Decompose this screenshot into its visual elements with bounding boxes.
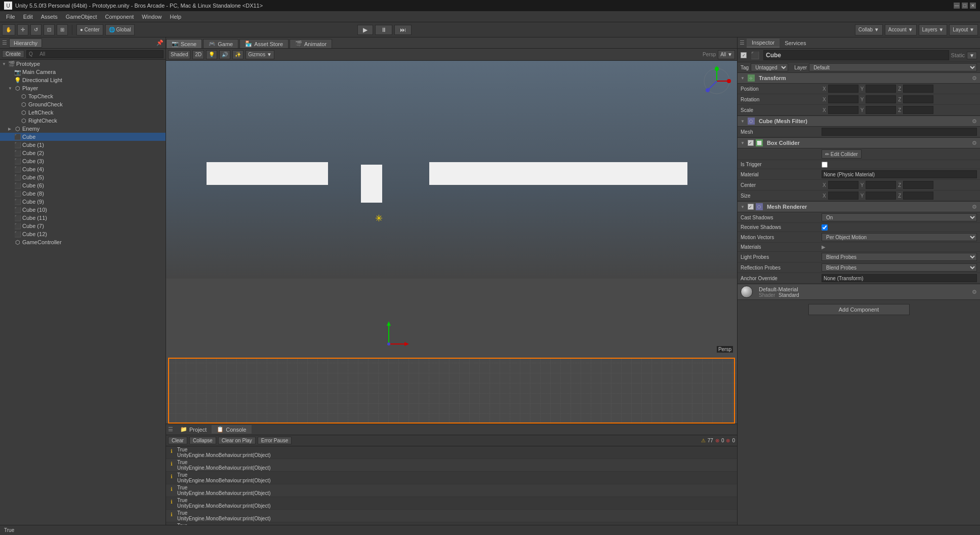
tool-hand[interactable]: ✋ bbox=[2, 24, 15, 35]
meshrenderer-enabled[interactable] bbox=[748, 204, 754, 210]
anchor-override-field[interactable] bbox=[822, 274, 977, 282]
size-x[interactable]: 1 bbox=[828, 192, 859, 200]
scale-z[interactable]: 1 bbox=[903, 106, 933, 114]
lock-icon[interactable]: ☰ bbox=[2, 40, 7, 46]
boxcollider-gear-icon[interactable]: ⚙ bbox=[972, 140, 977, 146]
error-pause-button[interactable]: Error Pause bbox=[258, 437, 292, 444]
mesh-field[interactable]: Cube bbox=[822, 128, 977, 136]
position-y[interactable]: -1 bbox=[866, 85, 896, 93]
boxcollider-component-header[interactable]: ▼ ⬜ Box Collider ⚙ bbox=[738, 138, 980, 148]
active-toggle[interactable] bbox=[741, 52, 747, 58]
tool-move[interactable]: ✛ bbox=[17, 24, 28, 35]
hierarchy-item-cube10[interactable]: ⬛ Cube (10) bbox=[0, 206, 166, 214]
hierarchy-item-player[interactable]: ▼ ⬡ Player bbox=[0, 84, 166, 92]
menu-file[interactable]: File bbox=[2, 13, 19, 21]
hierarchy-item-cube5[interactable]: ⬛ Cube (5) bbox=[0, 173, 166, 181]
maximize-button[interactable]: □ bbox=[962, 3, 968, 9]
console-tab[interactable]: 📋 Console bbox=[212, 425, 251, 434]
hierarchy-item-cube12[interactable]: ⬛ Cube (12) bbox=[0, 230, 166, 238]
gizmos-button[interactable]: Gizmos ▼ bbox=[246, 50, 274, 59]
view-mode-button[interactable]: 2D bbox=[192, 50, 204, 59]
hierarchy-item-leftcheck[interactable]: ⬡ LeftCheck bbox=[0, 108, 166, 117]
center-y[interactable]: 0 bbox=[866, 181, 896, 189]
project-tab[interactable]: 📁 Project bbox=[175, 425, 212, 434]
object-name-field[interactable] bbox=[763, 50, 949, 60]
menu-edit[interactable]: Edit bbox=[19, 13, 37, 21]
hierarchy-item-cube9[interactable]: ⬛ Cube (9) bbox=[0, 198, 166, 206]
console-row[interactable]: ℹ TrueUnityEngine.MonoBehaviour:print(Ob… bbox=[166, 522, 737, 525]
hierarchy-item-directionallight[interactable]: 💡 Directional Light bbox=[0, 76, 166, 84]
menu-gameobject[interactable]: GameObject bbox=[62, 13, 101, 21]
scene-tab[interactable]: 📷 Scene bbox=[166, 39, 202, 48]
gizmos-all-button[interactable]: All ▼ bbox=[718, 50, 735, 59]
hierarchy-pin[interactable]: 📌 bbox=[156, 40, 164, 46]
hierarchy-item-cube11[interactable]: ⬛ Cube (11) bbox=[0, 214, 166, 222]
layer-dropdown[interactable]: Default bbox=[809, 63, 977, 71]
meshrenderer-gear-icon[interactable]: ⚙ bbox=[972, 204, 977, 210]
menu-assets[interactable]: Assets bbox=[37, 13, 62, 21]
meshfilter-component-header[interactable]: ▼ ⬡ Cube (Mesh Filter) ⚙ bbox=[738, 116, 980, 127]
services-tab[interactable]: Services bbox=[780, 39, 811, 47]
collider-material-field[interactable] bbox=[822, 170, 977, 178]
scene-lights-button[interactable]: 💡 bbox=[206, 50, 217, 59]
pivot-global-button[interactable]: 🌐 Global bbox=[105, 24, 135, 35]
hierarchy-item-cube3[interactable]: ⬛ Cube (3) bbox=[0, 157, 166, 165]
hierarchy-item-maincamera[interactable]: 📷 Main Camera bbox=[0, 68, 166, 76]
receive-shadows-checkbox[interactable] bbox=[822, 224, 828, 231]
hierarchy-search[interactable] bbox=[26, 50, 164, 58]
scale-y[interactable]: 4 bbox=[866, 106, 896, 114]
edit-collider-button[interactable]: ✏ Edit Collider bbox=[822, 149, 862, 159]
center-z[interactable]: 0 bbox=[903, 181, 933, 189]
size-y[interactable]: 1 bbox=[866, 192, 896, 200]
menu-component[interactable]: Component bbox=[101, 13, 138, 21]
game-tab[interactable]: 🎮 Game bbox=[203, 39, 238, 48]
console-row[interactable]: ℹ TrueUnityEngine.MonoBehaviour:print(Ob… bbox=[166, 497, 737, 510]
collapse-button[interactable]: Collapse bbox=[189, 437, 216, 444]
rotation-z[interactable]: 0 bbox=[903, 95, 933, 103]
clear-button[interactable]: Clear bbox=[168, 437, 187, 444]
scene-fx-button[interactable]: ✨ bbox=[232, 50, 243, 59]
position-z[interactable]: 0 bbox=[903, 85, 933, 93]
position-x[interactable]: 0 bbox=[828, 85, 859, 93]
hierarchy-item-prototype[interactable]: ▼ 🎬 Prototype bbox=[0, 60, 166, 68]
is-trigger-checkbox[interactable] bbox=[822, 162, 828, 168]
meshrenderer-component-header[interactable]: ▼ ⬡ Mesh Renderer ⚙ bbox=[738, 202, 980, 212]
light-probes-dropdown[interactable]: Blend Probes Off Use Proxy Volume bbox=[822, 253, 977, 261]
hierarchy-item-cube7[interactable]: ⬛ Cube (7) bbox=[0, 222, 166, 230]
boxcollider-enabled[interactable] bbox=[748, 140, 754, 146]
layers-button[interactable]: Layers ▼ bbox=[919, 24, 948, 35]
play-button[interactable]: ▶ bbox=[357, 25, 373, 35]
hierarchy-item-cube8[interactable]: ⬛ Cube (8) bbox=[0, 189, 166, 198]
transform-gear-icon[interactable]: ⚙ bbox=[972, 75, 977, 82]
hierarchy-tab[interactable]: Hierarchy bbox=[9, 39, 42, 48]
hierarchy-item-enemy[interactable]: ▶ ⬡ Enemy bbox=[0, 125, 166, 133]
hierarchy-item-cube1[interactable]: ⬛ Cube (1) bbox=[0, 141, 166, 149]
hierarchy-item-cube4[interactable]: ⬛ Cube (4) bbox=[0, 165, 166, 173]
console-row[interactable]: ℹ TrueUnityEngine.MonoBehaviour:print(Ob… bbox=[166, 459, 737, 472]
tool-rotate[interactable]: ↺ bbox=[30, 24, 42, 35]
shading-dropdown[interactable]: Shaded bbox=[168, 50, 190, 59]
close-button[interactable]: ✕ bbox=[970, 3, 976, 9]
scene-view[interactable]: ✳ bbox=[166, 61, 737, 424]
tool-rect[interactable]: ⊞ bbox=[57, 24, 68, 35]
hierarchy-item-cube6[interactable]: ⬛ Cube (6) bbox=[0, 181, 166, 189]
layout-button[interactable]: Layout ▼ bbox=[949, 24, 978, 35]
hierarchy-item-rightcheck[interactable]: ⬡ RightCheck bbox=[0, 117, 166, 125]
menu-window[interactable]: Window bbox=[138, 13, 166, 21]
meshfilter-gear-icon[interactable]: ⚙ bbox=[972, 118, 977, 125]
clear-on-play-button[interactable]: Clear on Play bbox=[218, 437, 256, 444]
console-row[interactable]: ℹ TrueUnityEngine.MonoBehaviour:print(Ob… bbox=[166, 472, 737, 484]
console-row[interactable]: ℹ TrueUnityEngine.MonoBehaviour:print(Ob… bbox=[166, 484, 737, 497]
tag-dropdown[interactable]: Untagged bbox=[751, 63, 788, 71]
menu-help[interactable]: Help bbox=[166, 13, 185, 21]
pivot-center-button[interactable]: ● Center bbox=[76, 24, 103, 35]
create-button[interactable]: Create bbox=[2, 50, 24, 58]
console-row[interactable]: ℹ TrueUnityEngine.MonoBehaviour:print(Ob… bbox=[166, 446, 737, 459]
motion-vectors-dropdown[interactable]: Per Object Motion Camera Motion Only For… bbox=[822, 233, 977, 241]
collab-button[interactable]: Collab ▼ bbox=[855, 24, 883, 35]
rotation-y[interactable]: 0 bbox=[866, 95, 896, 103]
step-button[interactable]: ⏭ bbox=[394, 25, 412, 35]
animator-tab[interactable]: 🎬 Animator bbox=[290, 39, 332, 48]
hierarchy-item-cube[interactable]: ⬛ Cube bbox=[0, 133, 166, 141]
size-z[interactable]: 1 bbox=[903, 192, 933, 200]
